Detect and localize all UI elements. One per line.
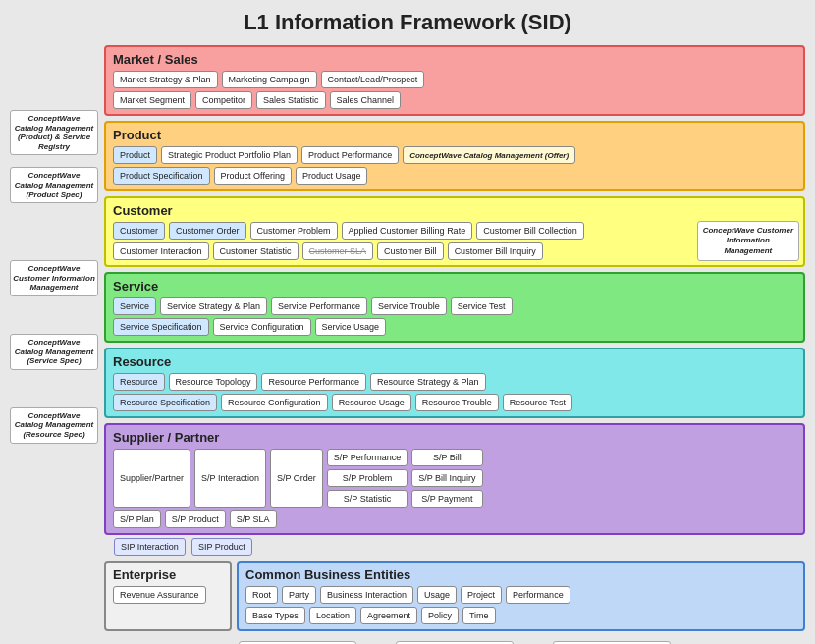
supplier-cell-4: S/P Problem [327, 469, 408, 487]
supplier-cell-5: S/P Statistic [327, 490, 408, 508]
product-cell-3: Product Specification [113, 167, 210, 185]
resource-cell-0: Resource [113, 373, 165, 391]
resource-row2: Resource Specification Resource Configur… [113, 394, 796, 411]
supplier-section: Supplier / Partner Supplier/Partner S/P … [104, 423, 805, 535]
market-cell-5: Sales Statistic [256, 91, 326, 109]
market-cell-0: Market Strategy & Plan [113, 71, 218, 88]
common-cell-5: Performance [506, 586, 570, 604]
common-row1: Root Party Business Interaction Usage Pr… [245, 586, 796, 604]
product-cell-1: Strategic Product Portfolio Plan [161, 146, 298, 164]
customer-title: Customer [113, 203, 796, 218]
product-cell-5: Product Usage [296, 167, 368, 185]
resource-cell-8: Resource Test [503, 394, 572, 411]
supplier-cell-8: S/P Payment [411, 490, 482, 508]
supplier-cell-1: S/P Interaction [194, 449, 266, 508]
service-cell-7: Service Usage [315, 318, 387, 336]
market-cell-4: Competitor [195, 91, 252, 109]
common-cell-6: Base Types [245, 607, 305, 624]
customer-row2: Customer Interaction Customer Statistic … [113, 242, 796, 260]
resource-cell-7: Resource Trouble [415, 394, 499, 411]
service-cell-0: Service [113, 297, 156, 315]
customer-row1: Customer Customer Order Customer Problem… [113, 222, 796, 240]
service-cell-6: Service Test [451, 297, 513, 315]
common-cell-8: Agreement [360, 607, 417, 624]
product-cell-4: Product Offering [214, 167, 292, 185]
resource-section: Resource Resource Resource Topology Reso… [104, 348, 805, 418]
product-row1: Product Strategic Product Portfolio Plan… [113, 146, 796, 164]
supplier-cell-7: S/P Bill Inquiry [411, 469, 482, 487]
resource-cell-3: Resource Strategy & Plan [370, 373, 486, 391]
customer-cw-box: ConceptWave CustomerInformationManagemen… [697, 221, 799, 261]
market-title: Market / Sales [113, 52, 796, 67]
supplier-cell-9: S/P Plan [113, 510, 161, 528]
enterprise-title: Enterprise [113, 567, 223, 582]
market-cell-1: Marketing Campaign [222, 71, 317, 88]
supplier-cell-11: S/P SLA [230, 510, 277, 528]
main-framework: Market / Sales Market Strategy & Plan Ma… [104, 45, 805, 644]
resource-title: Resource [113, 354, 796, 369]
customer-cell-9: Customer Bill Inquiry [448, 242, 543, 260]
customer-section: Customer Customer Customer Order Custome… [104, 196, 805, 267]
product-row2: Product Specification Product Offering P… [113, 167, 796, 185]
common-cell-1: Party [282, 586, 316, 604]
supplier-cell-3: S/P Performance [327, 449, 408, 466]
service-section: Service Service Service Strategy & Plan … [104, 272, 805, 343]
market-row2: Market Segment Competitor Sales Statisti… [113, 91, 796, 109]
resource-cell-1: Resource Topology [169, 373, 258, 391]
market-cell-3: Market Segment [113, 91, 191, 109]
supplier-cell-6: S/P Bill [411, 449, 482, 466]
customer-cell-4: Customer Bill Collection [476, 222, 584, 240]
service-row1: Service Service Strategy & Plan Service … [113, 297, 796, 315]
product-title: Product [113, 128, 796, 142]
left-label-4: ConceptWave Catalog Management (Resource… [10, 407, 98, 444]
common-cell-7: Location [309, 607, 356, 624]
supplier-title: Supplier / Partner [113, 430, 796, 445]
customer-cell-7: Customer SLA [302, 242, 374, 260]
resource-cell-6: Resource Usage [332, 394, 411, 411]
product-cell-2: Product Performance [301, 146, 399, 164]
left-label-3: ConceptWave Catalog Management (Service … [10, 334, 98, 370]
customer-cell-8: Customer Bill [377, 242, 444, 260]
resource-cell-5: Resource Configuration [221, 394, 328, 411]
sip-interaction-label: SIP Interaction [114, 538, 186, 556]
supplier-cell-0: Supplier/Partner [113, 449, 190, 508]
resource-cell-2: Resource Performance [261, 373, 366, 391]
customer-cell-1: Customer Order [169, 222, 246, 240]
enterprise-section: Enterprise Revenue Assurance [104, 561, 232, 631]
service-cell-5: Service Trouble [371, 297, 447, 315]
market-cell-2: Contact/Lead/Prospect [321, 71, 425, 88]
customer-cell-5: Customer Interaction [113, 242, 209, 260]
product-cell-0: Product [113, 146, 157, 164]
left-label-2: ConceptWave Customer Information Managem… [10, 260, 98, 296]
customer-cell-6: Customer Statistic [213, 242, 299, 260]
product-conceptwave-offer: ConceptWave Catalog Management (Offer) [403, 146, 575, 164]
common-cell-3: Usage [417, 586, 457, 604]
enterprise-row: Revenue Assurance [113, 586, 223, 604]
market-cell-6: Sales Channel [330, 91, 402, 109]
common-cell-0: Root [245, 586, 278, 604]
service-cell-1: Service Strategy & Plan [160, 297, 267, 315]
resource-cell-4: Resource Specification [113, 394, 217, 411]
product-section: Product Product Strategic Product Portfo… [104, 121, 805, 191]
common-cell-4: Project [461, 586, 502, 604]
left-label-1: ConceptWave Catalog Management (Product … [10, 167, 98, 203]
sip-product-label: SIP Product [191, 538, 252, 556]
market-section: Market / Sales Market Strategy & Plan Ma… [104, 45, 805, 116]
service-cell-3: Service Specification [113, 318, 209, 336]
bottom-sections-row: Enterprise Revenue Assurance Common Busi… [104, 561, 805, 631]
resource-row1: Resource Resource Topology Resource Perf… [113, 373, 796, 391]
service-title: Service [113, 279, 796, 294]
customer-cell-2: Customer Problem [250, 222, 338, 240]
enterprise-cell-0: Revenue Assurance [113, 586, 206, 604]
supplier-row1: Supplier/Partner S/P Interaction S/P Ord… [113, 449, 796, 508]
supplier-row2: S/P Plan S/P Product S/P SLA [113, 510, 796, 528]
customer-cell-0: Customer [113, 222, 165, 240]
supplier-cell-2: S/P Order [270, 449, 323, 508]
page-title: L1 Information Framework (SID) [10, 10, 805, 35]
common-cell-2: Business Interaction [320, 586, 413, 604]
service-row2: Service Specification Service Configurat… [113, 318, 796, 336]
left-label-0: ConceptWave Catalog Management (Product)… [10, 110, 98, 155]
common-title: Common Business Entities [245, 567, 796, 582]
common-row2: Base Types Location Agreement Policy Tim… [245, 607, 796, 624]
left-labels-column: ConceptWave Catalog Management (Product)… [10, 45, 98, 644]
